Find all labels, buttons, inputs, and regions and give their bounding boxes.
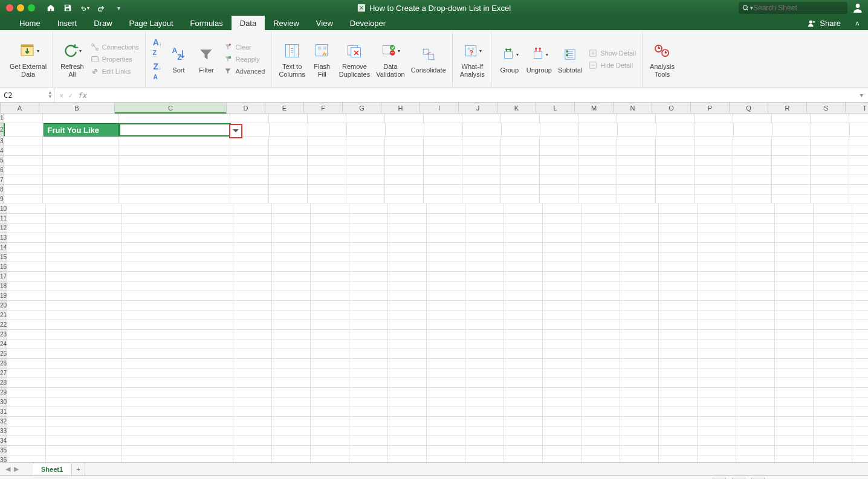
cell[interactable] — [349, 204, 388, 214]
column-header-H[interactable]: H — [381, 103, 420, 114]
customize-toolbar-icon[interactable]: ▾ — [114, 3, 123, 13]
cell[interactable] — [427, 446, 465, 455]
cell[interactable] — [121, 262, 233, 272]
cell[interactable] — [7, 436, 46, 446]
cell[interactable] — [698, 446, 736, 455]
cell[interactable] — [462, 175, 501, 185]
cell[interactable] — [852, 349, 868, 359]
cell[interactable] — [346, 156, 385, 166]
cell[interactable] — [272, 446, 311, 455]
cell[interactable] — [388, 291, 427, 301]
ungroup-button[interactable]: ▾ Ungroup — [524, 42, 554, 75]
cell[interactable] — [617, 166, 656, 175]
cell[interactable] — [501, 175, 540, 185]
cell[interactable] — [427, 252, 465, 262]
cell[interactable] — [852, 426, 868, 436]
cell[interactable] — [659, 388, 698, 397]
cell[interactable] — [736, 349, 775, 359]
cell[interactable] — [349, 339, 388, 349]
cell[interactable] — [659, 252, 698, 262]
cell[interactable] — [269, 185, 308, 194]
cell[interactable] — [349, 359, 388, 368]
cell[interactable] — [540, 146, 578, 156]
group-button[interactable]: ▾ Group — [496, 42, 523, 75]
cell[interactable] — [736, 214, 775, 223]
cell[interactable] — [465, 349, 504, 359]
cell[interactable] — [814, 330, 852, 339]
cell[interactable] — [311, 397, 349, 407]
cell[interactable] — [347, 123, 386, 137]
cell[interactable] — [581, 368, 620, 378]
cell[interactable] — [7, 397, 46, 407]
connections-button[interactable]: Connections — [88, 42, 141, 53]
cell[interactable] — [233, 446, 272, 455]
cell[interactable] — [462, 166, 501, 175]
cell[interactable] — [427, 233, 465, 243]
cell[interactable] — [427, 417, 465, 426]
cell[interactable] — [814, 204, 852, 214]
cell[interactable] — [272, 281, 311, 291]
advanced-filter-button[interactable]: Advanced — [221, 66, 267, 77]
cell[interactable] — [581, 233, 620, 243]
cell[interactable] — [852, 233, 868, 243]
cell[interactable] — [543, 339, 581, 349]
cell[interactable] — [388, 243, 427, 252]
cell[interactable] — [427, 272, 465, 281]
column-header-O[interactable]: O — [652, 103, 691, 114]
column-header-E[interactable]: E — [265, 103, 304, 114]
cell[interactable] — [656, 137, 695, 146]
cell[interactable] — [385, 166, 424, 175]
cell[interactable] — [121, 436, 233, 446]
cell[interactable] — [775, 204, 814, 214]
enter-formula-icon[interactable]: ✓ — [68, 91, 73, 100]
cell[interactable] — [814, 223, 852, 233]
cell[interactable] — [272, 368, 311, 378]
cell[interactable] — [617, 146, 656, 156]
cell[interactable] — [543, 320, 581, 330]
cell[interactable] — [233, 243, 272, 252]
cell[interactable] — [233, 320, 272, 330]
cell[interactable] — [46, 359, 121, 368]
cell[interactable] — [504, 233, 543, 243]
cell[interactable] — [465, 214, 504, 223]
cell[interactable] — [543, 388, 581, 397]
cell[interactable] — [385, 137, 424, 146]
cell[interactable] — [698, 436, 736, 446]
cell[interactable] — [427, 349, 465, 359]
cell[interactable] — [427, 330, 465, 339]
cell[interactable] — [424, 156, 462, 166]
cell[interactable] — [121, 310, 233, 320]
dropdown-button[interactable] — [229, 124, 242, 138]
add-sheet-button[interactable]: + — [72, 463, 85, 475]
cell[interactable] — [659, 426, 698, 436]
cell[interactable] — [852, 243, 868, 252]
cell[interactable] — [233, 204, 272, 214]
cell[interactable] — [543, 310, 581, 320]
cell[interactable] — [427, 426, 465, 436]
cell[interactable] — [465, 417, 504, 426]
cell[interactable] — [852, 417, 868, 426]
cell[interactable] — [272, 388, 311, 397]
cell[interactable] — [620, 301, 659, 310]
cell[interactable] — [504, 272, 543, 281]
cell[interactable] — [7, 223, 46, 233]
cell[interactable] — [230, 166, 269, 175]
cell[interactable] — [659, 243, 698, 252]
column-header-S[interactable]: S — [807, 103, 846, 114]
cell[interactable] — [617, 114, 656, 123]
cell[interactable] — [734, 123, 772, 137]
cell[interactable] — [659, 272, 698, 281]
cell[interactable] — [656, 166, 695, 175]
cell[interactable] — [427, 262, 465, 272]
cell[interactable] — [349, 281, 388, 291]
cell[interactable] — [46, 446, 121, 455]
cell[interactable] — [465, 407, 504, 417]
cell[interactable] — [308, 146, 346, 156]
cell[interactable] — [349, 436, 388, 446]
cell[interactable] — [4, 114, 43, 123]
cell[interactable] — [233, 397, 272, 407]
cell[interactable] — [233, 349, 272, 359]
tab-insert[interactable]: Insert — [49, 16, 86, 30]
cell[interactable] — [427, 339, 465, 349]
cell[interactable] — [659, 436, 698, 446]
